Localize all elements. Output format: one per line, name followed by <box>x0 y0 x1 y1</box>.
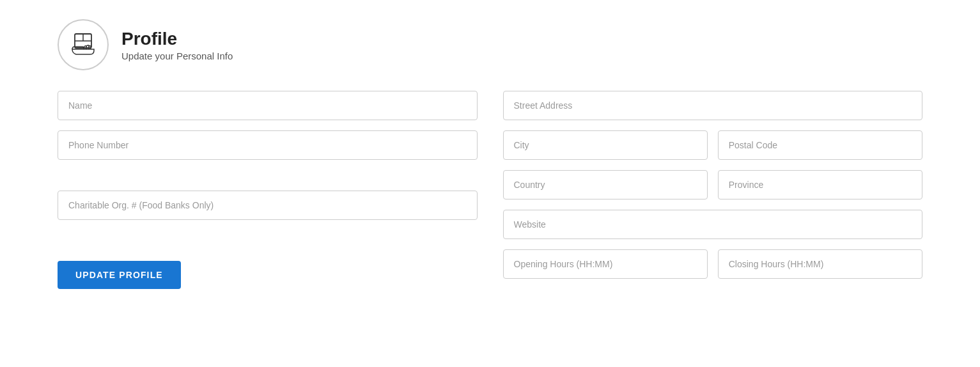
postal-code-input[interactable] <box>718 130 922 160</box>
header-text: Profile Update your Personal Info <box>121 28 233 62</box>
page-header: Profile Update your Personal Info <box>58 19 922 70</box>
city-input[interactable] <box>503 130 708 160</box>
page-subtitle: Update your Personal Info <box>121 51 233 61</box>
city-postal-row <box>503 130 923 160</box>
opening-hours-input[interactable] <box>503 249 708 279</box>
charitable-input[interactable] <box>58 191 478 220</box>
street-address-input[interactable] <box>503 91 923 120</box>
form-right-column <box>503 91 923 289</box>
left-spacer <box>58 170 478 180</box>
update-profile-button[interactable]: UPDATE PROFILE <box>58 261 181 289</box>
province-input[interactable] <box>718 170 922 199</box>
phone-input[interactable] <box>58 130 478 160</box>
country-province-row <box>503 170 923 199</box>
form-layout: UPDATE PROFILE <box>58 91 922 289</box>
page-title: Profile <box>121 28 233 50</box>
closing-hours-input[interactable] <box>718 249 922 279</box>
hours-row <box>503 249 923 279</box>
website-input[interactable] <box>503 210 923 239</box>
button-area: UPDATE PROFILE <box>58 251 478 289</box>
name-input[interactable] <box>58 91 478 120</box>
form-left-column: UPDATE PROFILE <box>58 91 478 289</box>
page-wrapper: Profile Update your Personal Info UPDATE… <box>0 0 980 315</box>
country-input[interactable] <box>503 170 708 199</box>
logo-icon <box>58 19 109 70</box>
